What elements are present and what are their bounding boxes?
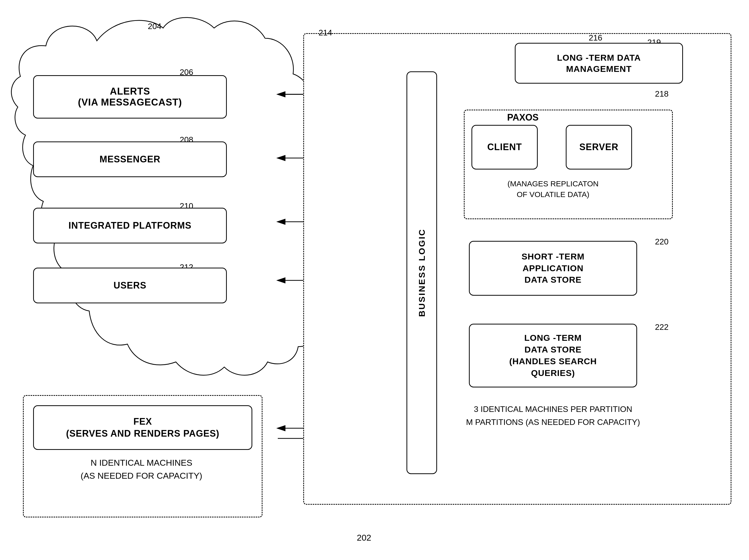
business-logic-box: BUSINESS LOGIC bbox=[406, 71, 437, 474]
client-box: CLIENT bbox=[471, 125, 538, 170]
manages-text: (MANAGES REPLICATON OF VOLATILE DATA) bbox=[471, 178, 635, 200]
label-216: 216 bbox=[589, 33, 602, 43]
users-box: USERS bbox=[33, 267, 227, 303]
label-218: 218 bbox=[655, 89, 668, 99]
server-box: SERVER bbox=[566, 125, 632, 170]
integrated-box: INTEGRATED PLATFORMS bbox=[33, 208, 227, 243]
label-220: 220 bbox=[655, 237, 668, 246]
paxos-label: PAXOS bbox=[507, 112, 538, 123]
label-214: 214 bbox=[319, 28, 332, 38]
messenger-box: MESSENGER bbox=[33, 142, 227, 177]
short-term-box: SHORT -TERM APPLICATION DATA STORE bbox=[469, 241, 637, 296]
right-note: 3 IDENTICAL MACHINES PER PARTITION M PAR… bbox=[464, 403, 642, 429]
alerts-box: ALERTS (VIA MESSAGECAST) bbox=[33, 75, 227, 119]
label-204: 204 bbox=[148, 22, 161, 31]
label-222: 222 bbox=[655, 322, 668, 332]
long-term-mgmt-box: LONG -TERM DATA MANAGEMENT bbox=[515, 43, 683, 84]
fex-box: FEX (SERVES AND RENDERS PAGES) bbox=[33, 405, 252, 450]
fex-note: N IDENTICAL MACHINES (AS NEEDED FOR CAPA… bbox=[40, 456, 243, 482]
label-202: 202 bbox=[357, 533, 371, 543]
long-term-store-box: LONG -TERM DATA STORE (HANDLES SEARCH QU… bbox=[469, 324, 637, 387]
diagram-container: 204 206 ALERTS (VIA MESSAGECAST) 208 MES… bbox=[0, 0, 749, 560]
